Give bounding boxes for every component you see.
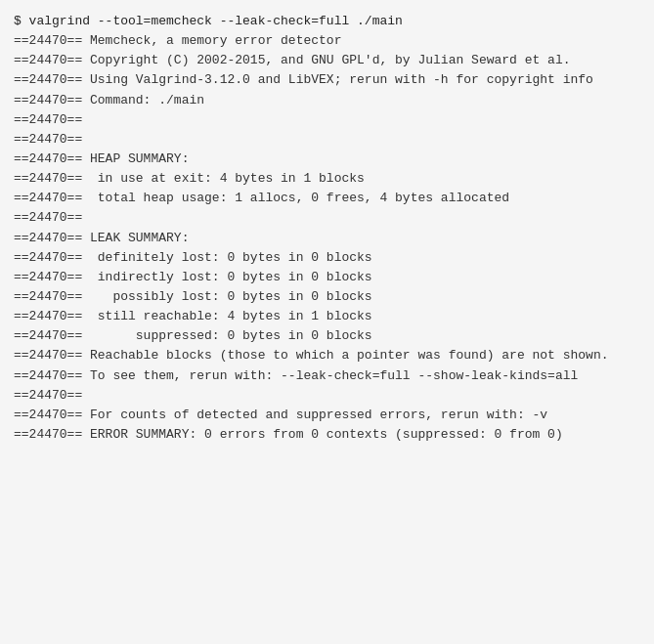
terminal-line-6: ==24470== bbox=[14, 110, 640, 130]
terminal-line-8: ==24470== HEAP SUMMARY: bbox=[14, 150, 640, 169]
terminal-line-13: ==24470== definitely lost: 0 bytes in 0 … bbox=[14, 248, 640, 268]
terminal-line-10: ==24470== total heap usage: 1 allocs, 0 … bbox=[14, 189, 640, 208]
terminal-line-5: ==24470== Command: ./main bbox=[14, 91, 640, 110]
terminal-line-12: ==24470== LEAK SUMMARY: bbox=[14, 229, 640, 248]
terminal-line-14: ==24470== indirectly lost: 0 bytes in 0 … bbox=[14, 268, 640, 287]
terminal-line-18: ==24470== Reachable blocks (those to whi… bbox=[14, 346, 640, 365]
terminal-line-9: ==24470== in use at exit: 4 bytes in 1 b… bbox=[14, 169, 640, 189]
terminal-window: $ valgrind --tool=memcheck --leak-check=… bbox=[0, 0, 654, 644]
terminal-line-20: ==24470== bbox=[14, 386, 640, 406]
terminal-line-1: $ valgrind --tool=memcheck --leak-check=… bbox=[14, 12, 640, 31]
terminal-line-15: ==24470== possibly lost: 0 bytes in 0 bl… bbox=[14, 287, 640, 307]
terminal-line-11: ==24470== bbox=[14, 208, 640, 228]
terminal-line-3: ==24470== Copyright (C) 2002-2015, and G… bbox=[14, 51, 640, 70]
terminal-line-17: ==24470== suppressed: 0 bytes in 0 block… bbox=[14, 326, 640, 346]
terminal-line-21: ==24470== For counts of detected and sup… bbox=[14, 406, 640, 425]
terminal-line-2: ==24470== Memcheck, a memory error detec… bbox=[14, 31, 640, 51]
terminal-line-4: ==24470== Using Valgrind-3.12.0 and LibV… bbox=[14, 70, 640, 90]
terminal-line-7: ==24470== bbox=[14, 130, 640, 150]
terminal-line-16: ==24470== still reachable: 4 bytes in 1 … bbox=[14, 307, 640, 326]
terminal-line-19: ==24470== To see them, rerun with: --lea… bbox=[14, 366, 640, 386]
terminal-line-22: ==24470== ERROR SUMMARY: 0 errors from 0… bbox=[14, 425, 640, 445]
